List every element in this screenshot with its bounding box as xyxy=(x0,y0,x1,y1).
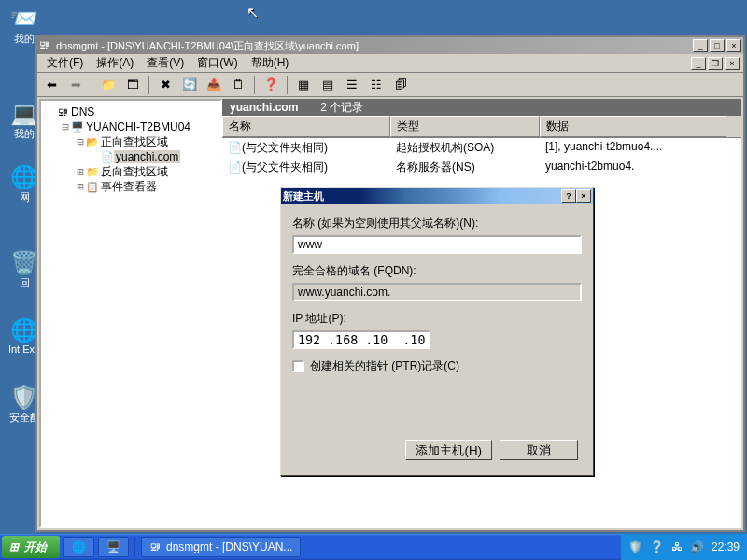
column-header[interactable]: 名称 xyxy=(222,116,390,137)
filter-button[interactable]: 🗐 xyxy=(390,75,411,95)
view-list-button[interactable]: ☰ xyxy=(342,75,362,95)
tree-node[interactable]: ⊟🖥️YUANCHI-T2BMU04 xyxy=(45,119,217,134)
new-host-dialog: 新建主机 ? × 名称 (如果为空则使用其父域名称)(N): 完全合格的域名 (… xyxy=(280,187,594,476)
close-button[interactable]: × xyxy=(726,39,741,52)
record-name: (与父文件夹相同) xyxy=(242,141,328,154)
tree-node-label: YUANCHI-T2BMU04 xyxy=(84,120,192,133)
properties-button[interactable]: 🗒 xyxy=(228,75,248,95)
app-icon: 🖳 xyxy=(39,39,52,52)
tree-expander[interactable]: ⊟ xyxy=(60,120,71,133)
ptr-label: 创建相关的指针 (PTR)记录(C) xyxy=(310,358,459,374)
tree-node[interactable]: ⊞📋事件查看器 xyxy=(45,179,217,194)
zone-record-count: 2 个记录 xyxy=(320,100,363,116)
refresh-button[interactable]: 🔄 xyxy=(179,75,200,95)
view-large-button[interactable]: ▦ xyxy=(293,75,314,95)
tree-node[interactable]: 📄yuanchi.com xyxy=(45,149,217,164)
record-type: 名称服务器(NS) xyxy=(390,159,540,176)
toolbar-separator xyxy=(148,76,149,94)
quicklaunch-desktop[interactable]: 🖥️ xyxy=(98,537,129,557)
tree-node-icon: 📁 xyxy=(86,166,99,178)
tray-security-icon[interactable]: 🛡️ xyxy=(628,540,642,553)
tree-node-icon: 🖳 xyxy=(56,106,69,118)
show-hide-tree-button[interactable]: 🗔 xyxy=(122,75,143,95)
cancel-button[interactable]: 取消 xyxy=(500,440,578,460)
ptr-checkbox[interactable] xyxy=(292,360,304,372)
tree-expander[interactable]: ⊞ xyxy=(75,165,86,178)
record-row[interactable]: 📄(与父文件夹相同)名称服务器(NS)yuanchi-t2bmuo4. xyxy=(222,158,741,177)
tree-node[interactable]: ⊟📂正向查找区域 xyxy=(45,134,217,149)
toolbar: ⬅ ➡ 📁 🗔 ✖ 🔄 📤 🗒 ❓ ▦ ▤ ☰ ☷ 🗐 xyxy=(37,73,743,97)
tray-help-icon[interactable]: ❔ xyxy=(650,540,664,553)
delete-button[interactable]: ✖ xyxy=(155,75,176,95)
column-header[interactable]: 类型 xyxy=(390,116,540,137)
menu-bar: 文件(F) 操作(A) 查看(V) 窗口(W) 帮助(H) _ ❐ × xyxy=(37,54,743,73)
view-detail-button[interactable]: ☷ xyxy=(366,75,387,95)
maximize-button[interactable]: □ xyxy=(710,39,725,52)
menu-action[interactable]: 操作(A) xyxy=(91,53,139,73)
desktop-icon-label: 网 xyxy=(20,191,30,203)
tray-network-icon[interactable]: 🖧 xyxy=(671,540,683,553)
up-button[interactable]: 📁 xyxy=(98,75,119,95)
tree-node-icon: 🖥️ xyxy=(71,121,84,133)
system-tray[interactable]: 🛡️ ❔ 🖧 🔊 22:39 xyxy=(621,534,747,560)
task-app-icon: 🖳 xyxy=(149,540,161,553)
column-header[interactable]: 数据 xyxy=(540,116,726,137)
name-input[interactable] xyxy=(292,235,582,254)
dialog-close-button[interactable]: × xyxy=(576,189,591,203)
tree-node[interactable]: 🖳DNS xyxy=(45,105,217,119)
zone-name: yuanchi.com xyxy=(230,101,298,114)
window-title: dnsmgmt - [DNS\YUANCHI-T2BMU04\正向查找区域\yu… xyxy=(56,39,693,53)
mdi-restore-button[interactable]: ❐ xyxy=(708,57,723,70)
record-icon: 📄 xyxy=(228,141,242,154)
scope-tree[interactable]: 🖳DNS⊟🖥️YUANCHI-T2BMU04⊟📂正向查找区域📄yuanchi.c… xyxy=(39,99,222,528)
desktop-icon-label: 我的 xyxy=(14,128,35,139)
taskbar-separator xyxy=(134,537,135,557)
task-label: dnsmgmt - [DNS\YUAN... xyxy=(166,540,292,553)
dialog-title: 新建主机 xyxy=(283,189,324,203)
tree-node[interactable]: ⊞📁反向查找区域 xyxy=(45,164,217,179)
tree-node-label: 事件查看器 xyxy=(99,179,159,195)
taskbar: ⊞ 开始 🌐 🖥️ 🖳 dnsmgmt - [DNS\YUAN... 🛡️ ❔ … xyxy=(0,534,747,560)
ip-label: IP 地址(P): xyxy=(292,311,582,327)
toolbar-separator xyxy=(92,76,92,94)
menu-file[interactable]: 文件(F) xyxy=(41,53,89,73)
record-data: yuanchi-t2bmuo4. xyxy=(540,159,726,176)
tree-expander[interactable]: ⊟ xyxy=(75,135,86,148)
tray-clock[interactable]: 22:39 xyxy=(712,540,740,553)
add-host-button[interactable]: 添加主机(H) xyxy=(405,440,492,460)
toolbar-separator xyxy=(254,76,255,94)
menu-help[interactable]: 帮助(H) xyxy=(246,53,295,73)
list-header[interactable]: 名称类型数据 xyxy=(222,116,741,138)
tree-node-icon: 📋 xyxy=(86,181,99,193)
name-label: 名称 (如果为空则使用其父域名称)(N): xyxy=(292,216,582,231)
record-row[interactable]: 📄(与父文件夹相同)起始授权机构(SOA)[1], yuanchi-t2bmuo… xyxy=(222,138,741,158)
forward-button[interactable]: ➡ xyxy=(65,75,86,95)
ip-input[interactable] xyxy=(292,330,430,349)
menu-window[interactable]: 窗口(W) xyxy=(191,53,243,73)
start-label: 开始 xyxy=(24,539,47,555)
mouse-cursor-icon: ↖ xyxy=(247,4,259,21)
back-button[interactable]: ⬅ xyxy=(41,75,62,95)
export-button[interactable]: 📤 xyxy=(204,75,224,95)
desktop-icon-label: 回 xyxy=(20,277,30,288)
record-data: [1], yuanchi-t2bmuo4.... xyxy=(540,139,726,157)
start-button[interactable]: ⊞ 开始 xyxy=(2,536,60,558)
record-icon: 📄 xyxy=(228,161,242,174)
minimize-button[interactable]: _ xyxy=(693,39,708,52)
view-small-button[interactable]: ▤ xyxy=(317,75,338,95)
dialog-help-button[interactable]: ? xyxy=(561,189,576,203)
menu-view[interactable]: 查看(V) xyxy=(141,53,190,73)
tree-node-label: yuanchi.com xyxy=(114,150,180,163)
dialog-titlebar[interactable]: 新建主机 ? × xyxy=(281,188,593,204)
mdi-close-button[interactable]: × xyxy=(725,57,740,70)
taskbar-task-dnsmgmt[interactable]: 🖳 dnsmgmt - [DNS\YUAN... xyxy=(141,537,301,557)
desktop-icon-label: 我的 xyxy=(14,33,35,44)
mdi-minimize-button[interactable]: _ xyxy=(691,57,706,70)
watermark: 51CTO.com xyxy=(658,515,741,532)
quicklaunch-ie[interactable]: 🌐 xyxy=(63,537,94,557)
window-titlebar[interactable]: 🖳 dnsmgmt - [DNS\YUANCHI-T2BMU04\正向查找区域\… xyxy=(37,37,743,54)
tree-expander[interactable]: ⊞ xyxy=(75,180,86,193)
windows-logo-icon: ⊞ xyxy=(9,540,19,553)
tray-volume-icon[interactable]: 🔊 xyxy=(690,540,704,553)
help-button[interactable]: ❓ xyxy=(261,75,281,95)
